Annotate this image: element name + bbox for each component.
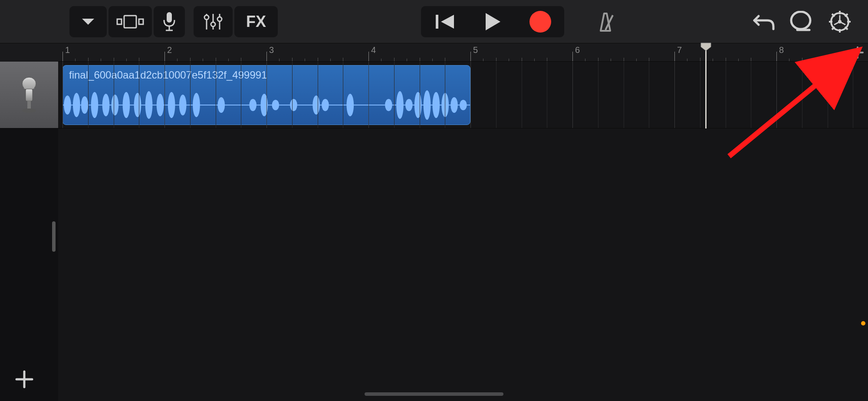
track-view-icon — [116, 14, 144, 30]
play-icon — [484, 12, 501, 31]
svg-point-35 — [22, 108, 36, 113]
svg-point-44 — [112, 95, 119, 115]
fx-label: FX — [246, 13, 266, 31]
add-track-button[interactable] — [15, 370, 34, 391]
tracks-area: final_600a0aa1d2cb10007e5f132f_499991 — [0, 62, 868, 401]
timeline-ruler[interactable]: 12345678 — [58, 43, 868, 62]
chevron-down-icon — [80, 17, 96, 26]
loop-browser-button[interactable] — [781, 6, 820, 37]
ruler-bar-label: 1 — [65, 45, 70, 55]
svg-point-46 — [134, 93, 141, 117]
svg-point-57 — [312, 95, 320, 115]
svg-line-29 — [834, 22, 840, 25]
rewind-icon — [434, 13, 456, 30]
track-view-button[interactable] — [108, 6, 152, 37]
toolbar: FX — [0, 0, 868, 43]
ruler-bar-label: 8 — [779, 45, 784, 55]
svg-point-60 — [385, 99, 392, 111]
tracks-dropdown-button[interactable] — [69, 6, 107, 37]
ruler-bar-label: 4 — [371, 45, 376, 55]
svg-point-40 — [73, 93, 80, 117]
svg-point-63 — [414, 92, 422, 118]
ruler-bar-label: 5 — [473, 45, 478, 55]
edge-indicator-dot — [861, 321, 865, 325]
svg-point-9 — [211, 22, 215, 26]
svg-point-48 — [157, 94, 164, 116]
svg-rect-12 — [436, 15, 438, 29]
record-icon — [529, 10, 552, 33]
record-button[interactable] — [516, 6, 564, 37]
gear-icon — [828, 10, 852, 33]
svg-point-52 — [217, 97, 225, 113]
track-controls-button[interactable] — [194, 6, 233, 37]
svg-point-13 — [529, 11, 551, 33]
playhead-marker-icon — [700, 43, 711, 51]
metronome-icon — [595, 11, 616, 33]
ruler-bar-label: 7 — [677, 45, 682, 55]
svg-point-47 — [145, 91, 153, 119]
ruler-bar-label: 2 — [167, 45, 172, 55]
plus-icon — [15, 370, 34, 389]
audio-track-mic-icon — [17, 77, 41, 113]
microphone-button[interactable] — [154, 6, 185, 37]
svg-point-7 — [204, 15, 209, 20]
svg-line-28 — [840, 22, 845, 25]
svg-point-61 — [396, 91, 404, 119]
controls-tool-group: FX — [194, 6, 278, 37]
view-tool-group — [69, 6, 185, 37]
ruler-bar-label: 6 — [575, 45, 580, 55]
svg-point-64 — [424, 90, 431, 120]
svg-point-45 — [123, 92, 130, 118]
microphone-icon — [162, 11, 177, 32]
loop-icon — [789, 11, 813, 33]
home-indicator — [365, 392, 503, 396]
svg-rect-0 — [117, 19, 122, 24]
svg-point-58 — [322, 99, 329, 111]
track-headers — [0, 62, 58, 401]
settings-button[interactable] — [820, 6, 859, 37]
rewind-button[interactable] — [421, 6, 469, 37]
svg-point-55 — [272, 100, 279, 110]
svg-point-56 — [290, 99, 297, 111]
svg-rect-33 — [26, 89, 33, 101]
svg-rect-3 — [167, 12, 172, 23]
undo-icon — [753, 13, 775, 31]
svg-point-50 — [179, 95, 187, 115]
play-button[interactable] — [469, 6, 516, 37]
svg-point-53 — [249, 99, 256, 111]
svg-point-51 — [193, 93, 200, 117]
svg-point-62 — [405, 99, 413, 111]
svg-point-67 — [450, 97, 458, 113]
svg-point-43 — [102, 94, 110, 116]
fx-button[interactable]: FX — [234, 6, 278, 37]
plus-icon — [852, 46, 864, 59]
svg-point-41 — [81, 96, 89, 114]
track-header-scrollbar[interactable] — [52, 221, 56, 252]
timeline[interactable]: final_600a0aa1d2cb10007e5f132f_499991 — [58, 62, 868, 401]
svg-point-42 — [91, 92, 99, 118]
sliders-icon — [202, 11, 224, 32]
svg-point-65 — [432, 92, 440, 118]
playhead[interactable] — [705, 43, 707, 128]
svg-point-59 — [346, 94, 354, 116]
undo-button[interactable] — [746, 6, 781, 37]
svg-point-15 — [791, 12, 810, 29]
svg-point-68 — [460, 100, 467, 110]
svg-rect-1 — [124, 16, 136, 28]
ruler-bar-label: 3 — [269, 45, 274, 55]
svg-point-11 — [217, 17, 222, 21]
track-header[interactable] — [0, 62, 58, 128]
svg-rect-2 — [139, 19, 143, 24]
add-section-button[interactable] — [849, 43, 866, 62]
metronome-button[interactable] — [586, 6, 625, 37]
transport-controls — [421, 6, 564, 37]
track-row[interactable]: final_600a0aa1d2cb10007e5f132f_499991 — [58, 62, 868, 128]
svg-point-39 — [64, 95, 71, 115]
svg-point-49 — [168, 92, 175, 118]
